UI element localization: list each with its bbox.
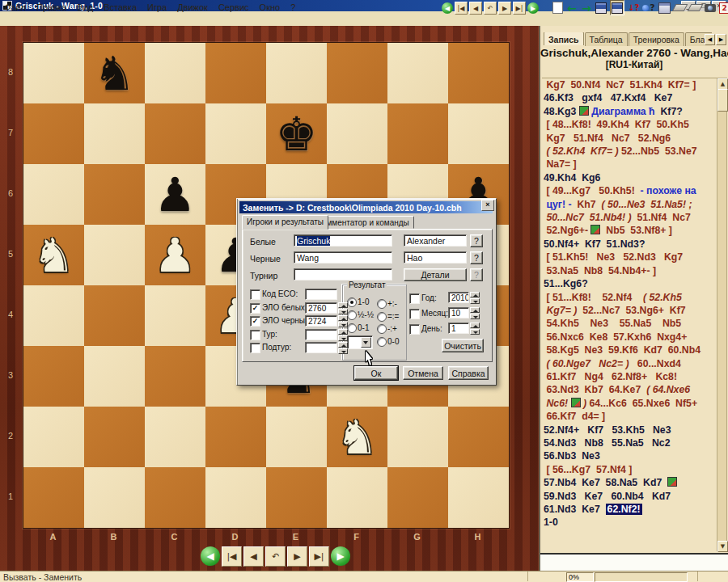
square-f7[interactable] [327, 103, 387, 164]
notation-span[interactable]: - похоже на [635, 185, 696, 196]
square-h8[interactable] [448, 43, 509, 103]
white-knight-a5[interactable]: ♞ [23, 225, 84, 285]
date-spinner-0[interactable] [470, 292, 480, 304]
notation-span[interactable]: ( 52.Kh5 [643, 292, 682, 303]
checkbox-2[interactable]: ✓ [250, 316, 260, 327]
radio-+:-[interactable] [377, 299, 387, 309]
square-h2[interactable] [448, 407, 509, 467]
checkbox-1[interactable]: ✓ [250, 303, 260, 314]
spin-down-icon[interactable] [338, 335, 348, 341]
board-2-icon[interactable]: 2 [719, 2, 728, 14]
last-move-button[interactable]: ▶| [513, 2, 526, 15]
notation-span[interactable]: 56.Nxc6 Ke8 57.Kxh6 Nxg4+ [544, 331, 687, 343]
notation-span[interactable]: Na7= ] [544, 158, 577, 170]
panel-tab-0[interactable]: Запись [544, 32, 584, 45]
ok-button[interactable]: Ок [354, 366, 398, 380]
prev-move-button[interactable]: ◀ [469, 2, 482, 15]
square-e2[interactable] [266, 407, 327, 467]
square-c2[interactable] [145, 407, 205, 467]
square-g2[interactable] [387, 407, 448, 467]
black-firstname-input[interactable]: Hao [404, 251, 467, 264]
menu-item-2[interactable]: Вид [77, 2, 93, 12]
black-lookup-button[interactable]: ? [470, 251, 483, 264]
notation-span[interactable]: Kf7? [655, 106, 683, 117]
white-lookup-button[interactable]: ? [470, 234, 483, 247]
square-a8[interactable] [23, 43, 84, 103]
notation-span[interactable]: ) [581, 398, 587, 409]
notation-span[interactable]: [ 48...Kf8! 49.Kh4 Kf7 50.Kh5 [544, 119, 689, 130]
tab-scroll-right-icon[interactable]: ▶ [716, 34, 726, 45]
black-pawn-c6[interactable]: ♟ [145, 164, 205, 225]
checkbox-0[interactable] [250, 289, 260, 300]
notation-span[interactable]: 1-0 [544, 517, 558, 528]
notation-span[interactable]: [ 49...Kg7 50.Kh5! [544, 185, 635, 196]
radio--:+[interactable] [377, 324, 387, 334]
notation-span[interactable]: 66.Kf7 d4= ] [544, 411, 605, 422]
takeback-button[interactable]: ↶ [265, 546, 286, 567]
square-b5[interactable] [84, 225, 145, 285]
menu-item-4[interactable]: Игра [147, 2, 167, 12]
eraser-icon[interactable] [674, 2, 686, 14]
goto-end-button[interactable]: ▶ [527, 2, 539, 14]
notation-span[interactable]: 48.Kg3 [544, 106, 579, 117]
notation-span[interactable]: 60...Nxd4 [629, 358, 681, 369]
square-a1[interactable] [23, 467, 84, 528]
notation-span[interactable]: Kh7 [572, 199, 602, 210]
check-spinner-4[interactable] [338, 342, 348, 354]
date-spinner-1[interactable] [470, 307, 480, 319]
square-a3[interactable] [23, 346, 84, 407]
annotation-icon[interactable]: ↓? [628, 2, 639, 14]
checkbox-3[interactable] [250, 330, 260, 340]
notation-span[interactable]: 51...Kg6? [544, 278, 588, 289]
previous-game-icon[interactable]: ← [566, 2, 578, 14]
white-firstname-input[interactable]: Alexander [404, 234, 467, 247]
next-move-button[interactable]: ▶ [287, 546, 307, 567]
notation-span[interactable]: 52.Ng6+- [544, 225, 590, 236]
square-h7[interactable] [448, 103, 509, 164]
square-a2[interactable] [23, 407, 84, 467]
white-pawn-c5[interactable]: ♟ [145, 225, 205, 285]
clear-button[interactable]: Очистить [442, 339, 484, 352]
camera-icon[interactable] [705, 2, 716, 14]
notation-span[interactable]: [ 51.Kh5! Ne3 52.Nd3 Kg7 [544, 251, 683, 263]
check-value-input-3[interactable] [305, 329, 337, 340]
check-value-input-1[interactable]: 2760 [305, 302, 337, 314]
check-value-input-0[interactable] [305, 289, 337, 300]
date-input-0[interactable]: 2010 [448, 292, 469, 303]
square-d1[interactable] [205, 467, 266, 528]
spin-down-icon[interactable] [338, 322, 348, 327]
menu-item-8[interactable]: ? [290, 2, 295, 12]
spin-up-icon[interactable] [338, 329, 348, 335]
square-g8[interactable] [387, 43, 448, 103]
square-e1[interactable] [266, 467, 327, 528]
spin-up-icon[interactable] [470, 323, 480, 328]
first-move-button[interactable]: |◀ [222, 546, 242, 567]
check-spinner-1[interactable] [338, 302, 348, 314]
menu-item-6[interactable]: Сервис [218, 2, 249, 12]
notation-span[interactable]: 50.Nf4+ Kf7 51.Nd3? [544, 238, 645, 250]
menu-item-0[interactable]: Файл [4, 2, 26, 12]
menu-item-7[interactable]: Окно [260, 2, 281, 12]
date-input-2[interactable]: 1 [448, 323, 469, 334]
date-checkbox-0[interactable] [409, 293, 420, 304]
radio-0-1[interactable] [347, 323, 357, 333]
radio-0-0[interactable] [377, 337, 387, 347]
date-checkbox-2[interactable] [409, 324, 420, 335]
combo-dropdown-icon[interactable] [361, 337, 371, 348]
scroll-down-icon[interactable]: ▼ [717, 541, 728, 552]
help-button[interactable]: Справка [448, 366, 489, 380]
notation-span[interactable]: Kg7 51.Nf4 Nc7 52.Ng6 [544, 133, 671, 144]
notation-span[interactable]: 54.Kh5 Ne3 55.Na5 Nb5 [544, 318, 681, 329]
last-move-button[interactable]: ▶| [309, 546, 329, 567]
eraser-2-icon[interactable] [689, 2, 701, 14]
square-h1[interactable] [448, 467, 509, 528]
notation-span[interactable]: 49.Kh4 Kg6 [544, 172, 600, 183]
notation-span[interactable]: 57.Nb4 Ke7 58.Na5 Kd7 [544, 477, 667, 488]
dialog-title-bar[interactable]: Заменить -> D: Crestbook\Olimpiada 2010 … [239, 201, 493, 213]
notation-span[interactable]: 53.Na5 Nb8 54.Nb4+- ] [544, 265, 656, 276]
notation-span[interactable]: ( 50...Ne3 51.Na5! ; [601, 199, 692, 210]
notation-span[interactable]: Nb5 53.Nf8+ ] [600, 225, 672, 236]
notation-span[interactable]: Kg7= ) [544, 305, 577, 316]
spin-up-icon[interactable] [338, 302, 348, 308]
square-a6[interactable] [23, 164, 84, 225]
